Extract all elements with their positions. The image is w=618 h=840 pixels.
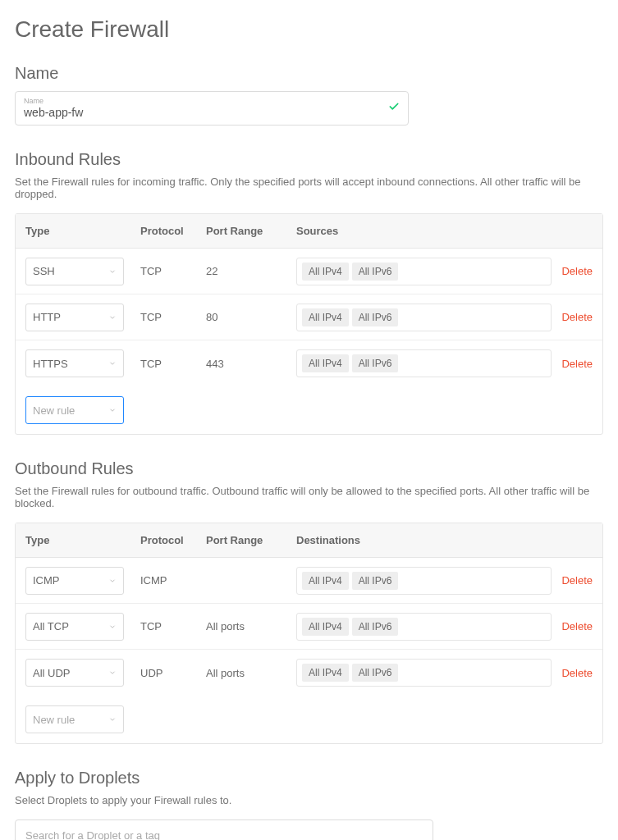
rule-type-label: SSH — [33, 265, 55, 277]
rule-targets-box[interactable]: All IPv4All IPv6 — [296, 659, 552, 687]
chevron-down-icon — [108, 623, 117, 631]
apply-heading: Apply to Droplets — [15, 769, 603, 788]
rule-type-select[interactable]: SSH — [25, 258, 124, 285]
target-tag[interactable]: All IPv6 — [352, 618, 399, 636]
inbound-new-rule-row: New rule — [16, 386, 602, 434]
inbound-rules-table: Type Protocol Port Range Sources SSHTCP2… — [15, 213, 603, 435]
firewall-name-field[interactable]: Name — [15, 91, 409, 126]
apply-section: Apply to Droplets Select Droplets to app… — [15, 769, 603, 840]
rule-targets-box[interactable]: All IPv4All IPv6 — [296, 304, 552, 331]
rule-protocol: TCP — [140, 358, 206, 370]
rule-port-range: 80 — [206, 311, 296, 323]
new-rule-label: New rule — [33, 714, 75, 726]
col-sources: Sources — [296, 225, 552, 237]
target-tag[interactable]: All IPv4 — [302, 618, 349, 636]
rule-targets-box[interactable]: All IPv4All IPv6 — [296, 349, 552, 377]
chevron-down-icon — [108, 406, 117, 414]
outbound-section: Outbound Rules Set the Firewall rules fo… — [15, 459, 603, 744]
target-tag[interactable]: All IPv6 — [352, 664, 399, 682]
col-protocol: Protocol — [140, 534, 206, 546]
rule-row: ICMPICMPAll IPv4All IPv6Delete — [16, 558, 602, 604]
outbound-rules-table: Type Protocol Port Range Destinations IC… — [15, 523, 603, 744]
rule-type-label: HTTP — [33, 311, 61, 323]
rule-targets-box[interactable]: All IPv4All IPv6 — [296, 258, 552, 285]
delete-rule-link[interactable]: Delete — [561, 667, 593, 679]
rule-type-select[interactable]: HTTP — [25, 304, 124, 331]
rule-type-select[interactable]: All UDP — [25, 659, 124, 687]
apply-description: Select Droplets to apply your Firewall r… — [15, 794, 603, 806]
rule-type-label: All UDP — [33, 667, 71, 679]
delete-rule-link[interactable]: Delete — [561, 620, 593, 632]
col-port: Port Range — [206, 225, 296, 237]
rule-protocol: ICMP — [140, 574, 206, 587]
target-tag[interactable]: All IPv4 — [302, 354, 349, 372]
target-tag[interactable]: All IPv4 — [302, 664, 349, 682]
target-tag[interactable]: All IPv4 — [302, 572, 349, 590]
outbound-heading: Outbound Rules — [15, 459, 603, 478]
delete-rule-link[interactable]: Delete — [561, 265, 593, 277]
inbound-section: Inbound Rules Set the Firewall rules for… — [15, 150, 603, 435]
chevron-down-icon — [108, 313, 117, 322]
rule-row: All TCPTCPAll portsAll IPv4All IPv6Delet… — [16, 604, 602, 650]
chevron-down-icon — [108, 715, 117, 724]
chevron-down-icon — [108, 669, 117, 677]
delete-rule-link[interactable]: Delete — [561, 311, 593, 323]
target-tag[interactable]: All IPv4 — [302, 262, 349, 281]
rule-type-label: ICMP — [33, 574, 60, 587]
rule-type-select[interactable]: ICMP — [25, 567, 124, 595]
rule-row: SSHTCP22All IPv4All IPv6Delete — [16, 249, 602, 294]
target-tag[interactable]: All IPv6 — [352, 572, 399, 590]
rule-port-range: 443 — [206, 358, 296, 370]
chevron-down-icon — [108, 359, 117, 368]
new-rule-select[interactable]: New rule — [25, 396, 124, 424]
rule-type-label: All TCP — [33, 620, 69, 632]
rule-port-range: 22 — [206, 265, 296, 277]
check-icon — [388, 101, 400, 116]
rule-targets-box[interactable]: All IPv4All IPv6 — [296, 613, 552, 641]
delete-rule-link[interactable]: Delete — [561, 574, 593, 587]
target-tag[interactable]: All IPv4 — [302, 308, 349, 326]
target-tag[interactable]: All IPv6 — [352, 354, 399, 372]
rule-row: HTTPTCP80All IPv4All IPv6Delete — [16, 294, 602, 340]
name-heading: Name — [15, 64, 603, 83]
rule-row: HTTPSTCP443All IPv4All IPv6Delete — [16, 340, 602, 386]
outbound-description: Set the Firewall rules for outbound traf… — [15, 485, 603, 509]
outbound-new-rule-row: New rule — [16, 696, 602, 743]
chevron-down-icon — [108, 267, 117, 276]
inbound-heading: Inbound Rules — [15, 150, 603, 169]
page-title: Create Firewall — [15, 16, 603, 43]
outbound-header-row: Type Protocol Port Range Destinations — [16, 523, 602, 558]
rule-type-label: HTTPS — [33, 358, 68, 370]
new-rule-select[interactable]: New rule — [25, 705, 124, 733]
rule-type-select[interactable]: All TCP — [25, 613, 124, 641]
col-protocol: Protocol — [140, 225, 206, 237]
rule-row: All UDPUDPAll portsAll IPv4All IPv6Delet… — [16, 650, 602, 696]
rule-protocol: UDP — [140, 667, 206, 679]
firewall-name-input[interactable] — [24, 106, 378, 119]
delete-rule-link[interactable]: Delete — [561, 358, 593, 370]
col-port: Port Range — [206, 534, 296, 546]
inbound-description: Set the Firewall rules for incoming traf… — [15, 176, 603, 200]
col-type: Type — [25, 534, 140, 546]
name-float-label: Name — [24, 97, 378, 105]
rule-targets-box[interactable]: All IPv4All IPv6 — [296, 567, 552, 595]
droplet-search-input[interactable] — [15, 819, 433, 840]
rule-port-range: All ports — [206, 620, 296, 632]
rule-protocol: TCP — [140, 620, 206, 632]
rule-port-range: All ports — [206, 667, 296, 679]
inbound-header-row: Type Protocol Port Range Sources — [16, 214, 602, 249]
col-type: Type — [25, 225, 140, 237]
new-rule-label: New rule — [33, 404, 75, 417]
name-section: Name Name — [15, 64, 603, 126]
chevron-down-icon — [108, 577, 117, 585]
target-tag[interactable]: All IPv6 — [352, 308, 399, 326]
target-tag[interactable]: All IPv6 — [352, 262, 399, 281]
rule-protocol: TCP — [140, 265, 206, 277]
col-destinations: Destinations — [296, 534, 552, 546]
rule-type-select[interactable]: HTTPS — [25, 349, 124, 377]
rule-protocol: TCP — [140, 311, 206, 323]
